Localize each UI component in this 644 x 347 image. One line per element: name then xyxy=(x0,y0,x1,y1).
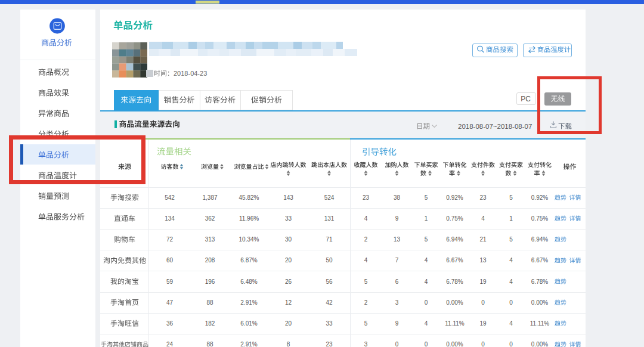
svg-text:6.78%: 6.78% xyxy=(531,278,548,285)
svg-text:208: 208 xyxy=(205,257,215,264)
svg-text:42: 42 xyxy=(326,299,333,306)
svg-text:2018-08-07~2018-08-07: 2018-08-07~2018-08-07 xyxy=(458,123,532,130)
svg-text:88: 88 xyxy=(206,341,213,347)
svg-text:5: 5 xyxy=(364,320,368,327)
svg-text:0: 0 xyxy=(481,299,485,306)
svg-text:0.00%: 0.00% xyxy=(446,299,463,306)
svg-text:4: 4 xyxy=(364,257,368,264)
svg-text:4: 4 xyxy=(364,215,368,222)
svg-text:4: 4 xyxy=(481,215,485,222)
svg-text:10.34%: 10.34% xyxy=(239,236,259,243)
svg-text:6.48%: 6.48% xyxy=(240,278,257,285)
svg-text:4: 4 xyxy=(509,257,513,264)
svg-text:196: 196 xyxy=(205,278,215,285)
svg-text:4: 4 xyxy=(509,320,513,327)
svg-text:6.87%: 6.87% xyxy=(240,257,257,264)
svg-text:12: 12 xyxy=(285,299,292,306)
svg-text:50: 50 xyxy=(326,257,333,264)
svg-text:6: 6 xyxy=(395,278,399,285)
svg-text:59: 59 xyxy=(166,278,174,285)
svg-text:0.00%: 0.00% xyxy=(531,299,548,306)
svg-text:0.92%: 0.92% xyxy=(531,194,548,201)
svg-text:2018-04-23: 2018-04-23 xyxy=(174,70,207,77)
svg-text:23: 23 xyxy=(363,194,370,201)
svg-text:21: 21 xyxy=(479,236,487,243)
svg-text:45.82%: 45.82% xyxy=(239,194,259,201)
svg-text:7: 7 xyxy=(395,257,399,264)
svg-text:2: 2 xyxy=(364,299,368,306)
svg-text:8: 8 xyxy=(287,341,290,347)
svg-text:0: 0 xyxy=(481,341,485,347)
svg-text:362: 362 xyxy=(205,215,215,222)
svg-text:30: 30 xyxy=(285,236,292,243)
svg-text:0: 0 xyxy=(425,341,428,347)
svg-text:11.96%: 11.96% xyxy=(239,215,259,222)
svg-text:9: 9 xyxy=(395,215,399,222)
svg-text:36: 36 xyxy=(166,320,174,327)
svg-text:33: 33 xyxy=(285,215,292,222)
svg-text:47: 47 xyxy=(166,299,174,306)
svg-text:3: 3 xyxy=(395,299,399,306)
svg-text:0.75%: 0.75% xyxy=(531,215,548,222)
svg-text:23: 23 xyxy=(479,194,487,201)
svg-text:4: 4 xyxy=(509,278,513,285)
svg-text:6.94%: 6.94% xyxy=(531,236,548,243)
svg-text:56: 56 xyxy=(326,278,333,285)
svg-text:5: 5 xyxy=(364,278,368,285)
svg-text:524: 524 xyxy=(324,194,335,201)
svg-text:88: 88 xyxy=(206,299,213,306)
svg-text:4: 4 xyxy=(425,257,428,264)
svg-text:71: 71 xyxy=(326,236,333,243)
svg-text:0.00%: 0.00% xyxy=(446,341,463,347)
svg-text:4: 4 xyxy=(425,278,428,285)
svg-text:72: 72 xyxy=(166,236,174,243)
svg-text:0: 0 xyxy=(509,299,513,306)
svg-text:PC: PC xyxy=(521,95,531,103)
svg-text:13: 13 xyxy=(394,236,401,243)
svg-text:143: 143 xyxy=(283,194,293,201)
svg-text:6.94%: 6.94% xyxy=(446,236,463,243)
svg-text:313: 313 xyxy=(205,236,215,243)
svg-text:9: 9 xyxy=(395,320,399,327)
svg-text:542: 542 xyxy=(165,194,175,201)
svg-text:19: 19 xyxy=(479,320,487,327)
svg-text:182: 182 xyxy=(205,320,215,327)
svg-text:0: 0 xyxy=(509,341,513,347)
svg-text:6.01%: 6.01% xyxy=(240,320,257,327)
svg-text:13: 13 xyxy=(479,257,487,264)
svg-text:0.00%: 0.00% xyxy=(531,341,548,347)
svg-text:0.75%: 0.75% xyxy=(446,215,463,222)
svg-text:3: 3 xyxy=(364,341,368,347)
svg-text:5: 5 xyxy=(509,194,513,201)
svg-text:0: 0 xyxy=(425,299,428,306)
svg-text:1: 1 xyxy=(509,215,513,222)
svg-text:20: 20 xyxy=(285,257,292,264)
svg-text:2: 2 xyxy=(364,236,368,243)
svg-text:1,387: 1,387 xyxy=(202,194,217,201)
svg-text:38: 38 xyxy=(394,194,401,201)
svg-text:5: 5 xyxy=(509,236,513,243)
svg-text:60: 60 xyxy=(166,257,174,264)
svg-text:4: 4 xyxy=(425,320,428,327)
svg-text:134: 134 xyxy=(165,215,175,222)
svg-text:11.11%: 11.11% xyxy=(530,320,550,327)
svg-text:11.11%: 11.11% xyxy=(445,320,465,327)
svg-text:26: 26 xyxy=(285,278,292,285)
svg-text:1: 1 xyxy=(425,215,428,222)
svg-text:131: 131 xyxy=(324,215,335,222)
svg-text:33: 33 xyxy=(326,320,333,327)
svg-text:5: 5 xyxy=(425,194,428,201)
svg-text:19: 19 xyxy=(479,278,487,285)
svg-text:23: 23 xyxy=(326,341,333,347)
svg-text:2.91%: 2.91% xyxy=(240,341,257,347)
svg-text:6.67%: 6.67% xyxy=(531,257,548,264)
svg-text:5: 5 xyxy=(425,236,428,243)
svg-text:2.91%: 2.91% xyxy=(240,299,257,306)
svg-text:0.92%: 0.92% xyxy=(446,194,463,201)
svg-text:0: 0 xyxy=(395,341,399,347)
svg-text:24: 24 xyxy=(166,341,174,347)
svg-text:6.78%: 6.78% xyxy=(446,278,463,285)
svg-text:6.67%: 6.67% xyxy=(446,257,463,264)
svg-text:20: 20 xyxy=(285,320,292,327)
